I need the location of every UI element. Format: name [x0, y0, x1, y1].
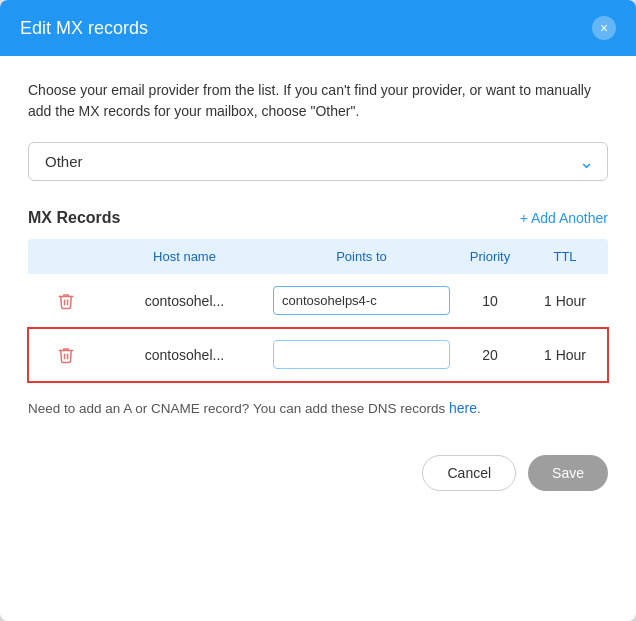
ttl-cell: 1 Hour: [530, 347, 600, 363]
close-button[interactable]: ×: [592, 16, 616, 40]
mx-records-header: MX Records + Add Another: [28, 209, 608, 227]
points-to-cell[interactable]: [273, 286, 450, 315]
points-to-input[interactable]: [273, 286, 450, 315]
col-header-priority: Priority: [450, 249, 530, 264]
description-text: Choose your email provider from the list…: [28, 80, 608, 122]
col-header-ttl: TTL: [530, 249, 600, 264]
priority-cell: 20: [450, 347, 530, 363]
table-header: Host name Points to Priority TTL: [28, 239, 608, 274]
provider-select[interactable]: Other Gmail Outlook Yahoo: [28, 142, 608, 181]
save-button[interactable]: Save: [528, 455, 608, 491]
points-to-cell[interactable]: [273, 340, 450, 369]
footer-note: Need to add an A or CNAME record? You ca…: [28, 398, 608, 419]
mx-records-title: MX Records: [28, 209, 120, 227]
cancel-button[interactable]: Cancel: [422, 455, 516, 491]
provider-select-wrapper: Other Gmail Outlook Yahoo ⌄: [28, 142, 608, 181]
col-header-hostname: Host name: [96, 249, 273, 264]
hostname-cell: contosohel...: [96, 347, 273, 363]
hostname-cell: contosohel...: [96, 293, 273, 309]
table-row: contosohel... 10 1 Hour: [28, 274, 608, 328]
ttl-cell: 1 Hour: [530, 293, 600, 309]
points-to-input-empty[interactable]: [273, 340, 450, 369]
add-another-button[interactable]: + Add Another: [520, 210, 608, 226]
modal-header: Edit MX records ×: [0, 0, 636, 56]
priority-cell: 10: [450, 293, 530, 309]
footer-note-text-after: .: [477, 401, 481, 416]
col-header-points-to: Points to: [273, 249, 450, 264]
dns-records-link[interactable]: here: [449, 400, 477, 416]
delete-icon[interactable]: [36, 292, 96, 310]
table-row: contosohel... 20 1 Hour: [28, 328, 608, 382]
mx-records-section: MX Records + Add Another Host name Point…: [28, 209, 608, 382]
modal-title: Edit MX records: [20, 18, 148, 39]
footer-actions: Cancel Save: [28, 443, 608, 499]
col-header-delete: [36, 249, 96, 264]
modal-body: Choose your email provider from the list…: [0, 56, 636, 523]
delete-icon[interactable]: [36, 346, 96, 364]
modal: Edit MX records × Choose your email prov…: [0, 0, 636, 621]
footer-note-text-before: Need to add an A or CNAME record? You ca…: [28, 401, 449, 416]
